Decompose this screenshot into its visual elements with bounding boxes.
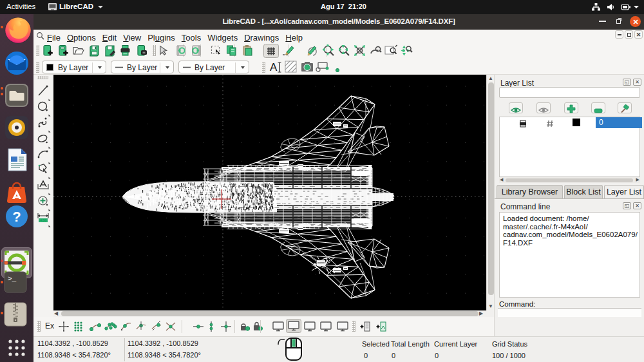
svg-text:>_: >_ bbox=[8, 275, 17, 283]
svg-text:?: ? bbox=[12, 209, 21, 225]
svg-text:A: A bbox=[270, 61, 278, 73]
svg-text:4.56: 4.56 bbox=[40, 218, 46, 222]
